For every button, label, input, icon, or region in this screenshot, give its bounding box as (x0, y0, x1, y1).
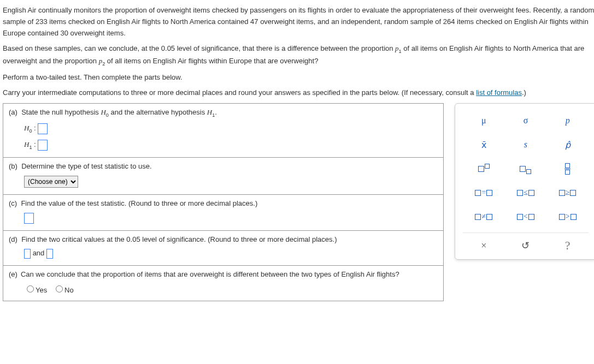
intro-paragraph-3: Perform a two-tailed test. Then complete… (3, 72, 594, 83)
gte-button[interactable]: ≥ (552, 184, 584, 201)
sym-h0: H (101, 108, 105, 116)
part-b-label: (b) (9, 162, 17, 170)
h0-line-sub: 0 (29, 128, 32, 134)
intro-paragraph-1: English Air continually monitors the pro… (3, 5, 594, 39)
part-a-label: (a) (9, 108, 17, 116)
reset-button[interactable]: ↺ (510, 237, 542, 254)
part-c-text: Find the value of the test statistic. (R… (21, 199, 257, 207)
h1-line-sub: 1 (29, 145, 32, 150)
test-statistic-input[interactable] (24, 213, 34, 224)
part-a-text2: and the alternative hypothesis (110, 108, 207, 116)
part-e-label: (e) (9, 270, 17, 278)
intro-p4b: .) (522, 88, 526, 97)
fraction-button[interactable] (552, 160, 584, 177)
part-a-text3: . (215, 108, 217, 116)
h0-line-sym: H (24, 124, 29, 132)
mu-button[interactable]: μ (468, 112, 499, 129)
neq-button[interactable]: ≠ (468, 208, 499, 225)
lte-button[interactable]: ≤ (510, 184, 542, 201)
no-radio[interactable] (56, 285, 63, 293)
sym-h1: H (207, 108, 212, 116)
part-a-text1: State the null hypothesis (21, 108, 101, 116)
critical-value-1-input[interactable] (24, 249, 31, 259)
part-e: (e) Can we conclude that the proportion … (3, 266, 443, 301)
subscript-button[interactable] (510, 160, 542, 177)
no-option[interactable]: No (53, 286, 74, 294)
intro-paragraph-2: Based on these samples, can we conclude,… (3, 43, 594, 67)
intro-paragraph-4: Carry your intermediate computations to … (3, 87, 594, 99)
equals-button[interactable]: = (468, 184, 499, 201)
phat-button[interactable]: p̂ (552, 136, 584, 153)
intro-p2c: of all items on English Air flights with… (105, 57, 318, 65)
symbol-palette: μ σ p x̄ s p̂ = ≤ ≥ ≠ < > (455, 103, 594, 260)
sym-h0-sub: 0 (106, 112, 109, 118)
intro-p4a: Carry your intermediate computations to … (3, 88, 476, 97)
formulas-link[interactable]: list of formulas (476, 88, 522, 97)
test-statistic-select[interactable]: (Choose one) (24, 176, 78, 188)
s-button[interactable]: s (510, 136, 542, 153)
yes-radio[interactable] (27, 285, 34, 293)
no-label: No (64, 286, 74, 294)
sigma-button[interactable]: σ (510, 112, 542, 129)
part-d-text: Find the two critical values at the 0.05… (21, 235, 337, 243)
p-button[interactable]: p (552, 112, 584, 129)
yes-label: Yes (36, 286, 47, 294)
part-e-text: Can we conclude that the proportion of i… (21, 270, 399, 278)
help-button[interactable]: ? (552, 237, 584, 254)
part-c: (c) Find the value of the test statistic… (3, 195, 443, 231)
close-button[interactable]: × (468, 237, 499, 254)
part-d-label: (d) (9, 235, 17, 243)
question-panel: (a) State the null hypothesis H0 and the… (3, 103, 444, 301)
critical-value-2-input[interactable] (46, 249, 53, 259)
lt-button[interactable]: < (510, 208, 542, 225)
h1-input[interactable] (38, 140, 48, 151)
h1-colon: : (34, 140, 36, 148)
xbar-button[interactable]: x̄ (468, 136, 499, 153)
yes-option[interactable]: Yes (24, 286, 47, 294)
part-d: (d) Find the two critical values at the … (3, 231, 443, 266)
h0-colon: : (34, 124, 36, 132)
part-b-text: Determine the type of test statistic to … (21, 162, 151, 170)
superscript-button[interactable] (468, 160, 499, 177)
h0-input[interactable] (38, 123, 48, 134)
part-b: (b) Determine the type of test statistic… (3, 158, 443, 195)
h1-line-sym: H (24, 140, 29, 148)
and-text: and (33, 249, 46, 257)
gt-button[interactable]: > (552, 208, 584, 225)
intro-p2a: Based on these samples, can we conclude,… (3, 44, 395, 52)
part-a: (a) State the null hypothesis H0 and the… (3, 104, 443, 158)
part-c-label: (c) (9, 199, 17, 207)
